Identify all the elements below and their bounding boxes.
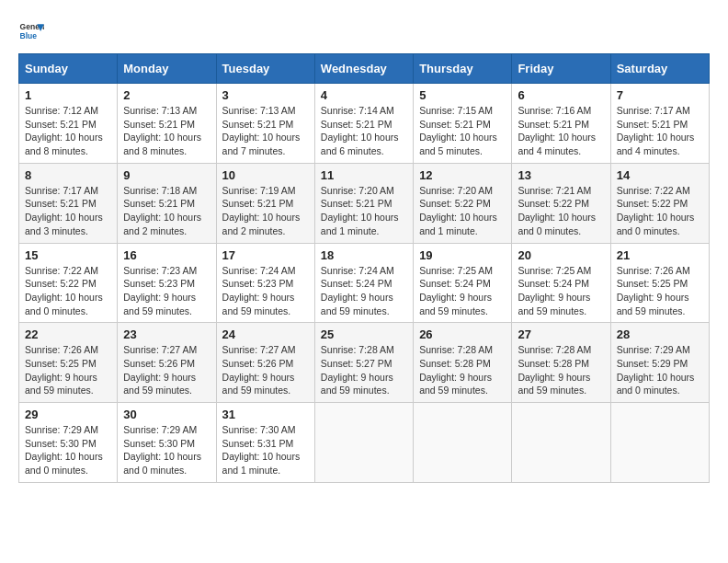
calendar-cell: 12 Sunrise: 7:20 AM Sunset: 5:22 PM Dayl…	[414, 163, 512, 243]
day-number: 25	[321, 327, 407, 341]
day-info: Sunrise: 7:12 AM Sunset: 5:21 PM Dayligh…	[25, 104, 111, 158]
day-info: Sunrise: 7:21 AM Sunset: 5:22 PM Dayligh…	[518, 184, 604, 238]
day-number: 8	[25, 168, 111, 182]
daylight-label: Daylight: 9 hours and 59 minutes.	[321, 292, 393, 316]
sunset-label: Sunset: 5:21 PM	[25, 119, 97, 130]
calendar-cell: 30 Sunrise: 7:29 AM Sunset: 5:30 PM Dayl…	[118, 403, 216, 483]
day-info: Sunrise: 7:18 AM Sunset: 5:21 PM Dayligh…	[123, 184, 210, 238]
sunset-label: Sunset: 5:22 PM	[419, 198, 491, 209]
sunset-label: Sunset: 5:21 PM	[617, 119, 688, 130]
week-row-5: 29 Sunrise: 7:29 AM Sunset: 5:30 PM Dayl…	[19, 403, 710, 483]
day-number: 3	[222, 88, 309, 102]
day-info: Sunrise: 7:29 AM Sunset: 5:30 PM Dayligh…	[25, 423, 111, 477]
day-info: Sunrise: 7:13 AM Sunset: 5:21 PM Dayligh…	[123, 104, 210, 158]
day-info: Sunrise: 7:28 AM Sunset: 5:27 PM Dayligh…	[321, 343, 407, 397]
calendar-cell	[610, 403, 709, 483]
sunrise-label: Sunrise: 7:29 AM	[25, 424, 98, 435]
day-info: Sunrise: 7:22 AM Sunset: 5:22 PM Dayligh…	[617, 184, 703, 238]
daylight-label: Daylight: 10 hours and 4 minutes.	[518, 132, 596, 156]
sunset-label: Sunset: 5:21 PM	[25, 198, 97, 209]
day-number: 15	[25, 248, 111, 262]
day-number: 27	[518, 327, 604, 341]
sunset-label: Sunset: 5:23 PM	[123, 278, 195, 289]
calendar-table: SundayMondayTuesdayWednesdayThursdayFrid…	[18, 53, 710, 483]
calendar-cell: 4 Sunrise: 7:14 AM Sunset: 5:21 PM Dayli…	[314, 84, 413, 164]
sunrise-label: Sunrise: 7:13 AM	[222, 105, 296, 116]
sunrise-label: Sunrise: 7:20 AM	[321, 185, 394, 196]
daylight-label: Daylight: 10 hours and 0 minutes.	[25, 451, 103, 476]
daylight-label: Daylight: 10 hours and 4 minutes.	[617, 132, 695, 156]
day-number: 19	[419, 248, 506, 262]
day-number: 20	[518, 248, 604, 262]
day-header-thursday: Thursday	[414, 54, 512, 84]
logo: General Blue	[18, 18, 44, 44]
daylight-label: Daylight: 10 hours and 5 minutes.	[419, 132, 497, 156]
daylight-label: Daylight: 10 hours and 0 minutes.	[518, 212, 596, 236]
sunset-label: Sunset: 5:21 PM	[321, 119, 392, 130]
sunset-label: Sunset: 5:22 PM	[518, 198, 589, 209]
day-info: Sunrise: 7:26 AM Sunset: 5:25 PM Dayligh…	[617, 264, 703, 318]
day-info: Sunrise: 7:29 AM Sunset: 5:29 PM Dayligh…	[617, 343, 703, 397]
day-info: Sunrise: 7:20 AM Sunset: 5:22 PM Dayligh…	[419, 184, 506, 238]
calendar-cell: 14 Sunrise: 7:22 AM Sunset: 5:22 PM Dayl…	[610, 163, 709, 243]
sunrise-label: Sunrise: 7:24 AM	[222, 265, 296, 276]
daylight-label: Daylight: 10 hours and 1 minute.	[222, 451, 301, 476]
sunset-label: Sunset: 5:26 PM	[222, 358, 294, 369]
daylight-label: Daylight: 10 hours and 8 minutes.	[123, 132, 201, 156]
calendar-cell: 29 Sunrise: 7:29 AM Sunset: 5:30 PM Dayl…	[19, 403, 118, 483]
calendar-cell: 2 Sunrise: 7:13 AM Sunset: 5:21 PM Dayli…	[118, 84, 216, 164]
sunrise-label: Sunrise: 7:28 AM	[419, 344, 493, 355]
sunset-label: Sunset: 5:21 PM	[222, 198, 294, 209]
sunset-label: Sunset: 5:23 PM	[222, 278, 294, 289]
day-header-friday: Friday	[512, 54, 610, 84]
sunset-label: Sunset: 5:30 PM	[25, 438, 97, 449]
daylight-label: Daylight: 9 hours and 59 minutes.	[25, 372, 97, 396]
sunset-label: Sunset: 5:28 PM	[419, 358, 491, 369]
day-number: 2	[123, 88, 210, 102]
day-number: 28	[617, 327, 703, 341]
daylight-label: Daylight: 9 hours and 59 minutes.	[518, 372, 590, 396]
day-number: 12	[419, 168, 506, 182]
sunrise-label: Sunrise: 7:24 AM	[321, 265, 394, 276]
day-info: Sunrise: 7:17 AM Sunset: 5:21 PM Dayligh…	[25, 184, 111, 238]
calendar-cell: 3 Sunrise: 7:13 AM Sunset: 5:21 PM Dayli…	[216, 84, 314, 164]
day-info: Sunrise: 7:28 AM Sunset: 5:28 PM Dayligh…	[419, 343, 506, 397]
sunrise-label: Sunrise: 7:21 AM	[518, 185, 591, 196]
calendar-cell: 1 Sunrise: 7:12 AM Sunset: 5:21 PM Dayli…	[19, 84, 118, 164]
calendar-cell: 24 Sunrise: 7:27 AM Sunset: 5:26 PM Dayl…	[216, 323, 314, 403]
sunrise-label: Sunrise: 7:25 AM	[518, 265, 591, 276]
daylight-label: Daylight: 9 hours and 59 minutes.	[419, 292, 492, 316]
day-info: Sunrise: 7:16 AM Sunset: 5:21 PM Dayligh…	[518, 104, 604, 158]
day-number: 4	[321, 88, 407, 102]
calendar-cell: 13 Sunrise: 7:21 AM Sunset: 5:22 PM Dayl…	[512, 163, 610, 243]
day-info: Sunrise: 7:22 AM Sunset: 5:22 PM Dayligh…	[25, 264, 111, 318]
calendar-cell: 19 Sunrise: 7:25 AM Sunset: 5:24 PM Dayl…	[414, 243, 512, 323]
day-info: Sunrise: 7:13 AM Sunset: 5:21 PM Dayligh…	[222, 104, 309, 158]
calendar-body: 1 Sunrise: 7:12 AM Sunset: 5:21 PM Dayli…	[19, 84, 710, 483]
day-header-wednesday: Wednesday	[314, 54, 413, 84]
daylight-label: Daylight: 9 hours and 59 minutes.	[123, 372, 196, 396]
calendar-cell: 8 Sunrise: 7:17 AM Sunset: 5:21 PM Dayli…	[19, 163, 118, 243]
day-number: 6	[518, 88, 604, 102]
sunrise-label: Sunrise: 7:27 AM	[123, 344, 197, 355]
calendar-cell: 23 Sunrise: 7:27 AM Sunset: 5:26 PM Dayl…	[118, 323, 216, 403]
sunset-label: Sunset: 5:31 PM	[222, 438, 294, 449]
calendar-cell: 5 Sunrise: 7:15 AM Sunset: 5:21 PM Dayli…	[414, 84, 512, 164]
day-header-saturday: Saturday	[610, 54, 709, 84]
calendar-cell	[414, 403, 512, 483]
calendar-cell: 6 Sunrise: 7:16 AM Sunset: 5:21 PM Dayli…	[512, 84, 610, 164]
day-number: 1	[25, 88, 111, 102]
sunrise-label: Sunrise: 7:20 AM	[419, 185, 493, 196]
day-number: 17	[222, 248, 309, 262]
day-header-monday: Monday	[118, 54, 216, 84]
sunrise-label: Sunrise: 7:29 AM	[123, 424, 197, 435]
day-number: 29	[25, 408, 111, 421]
day-number: 5	[419, 88, 506, 102]
calendar-cell: 7 Sunrise: 7:17 AM Sunset: 5:21 PM Dayli…	[610, 84, 709, 164]
day-info: Sunrise: 7:20 AM Sunset: 5:21 PM Dayligh…	[321, 184, 407, 238]
sunset-label: Sunset: 5:24 PM	[419, 278, 491, 289]
sunrise-label: Sunrise: 7:30 AM	[222, 424, 296, 435]
sunset-label: Sunset: 5:26 PM	[123, 358, 195, 369]
day-number: 10	[222, 168, 309, 182]
sunrise-label: Sunrise: 7:26 AM	[617, 265, 690, 276]
